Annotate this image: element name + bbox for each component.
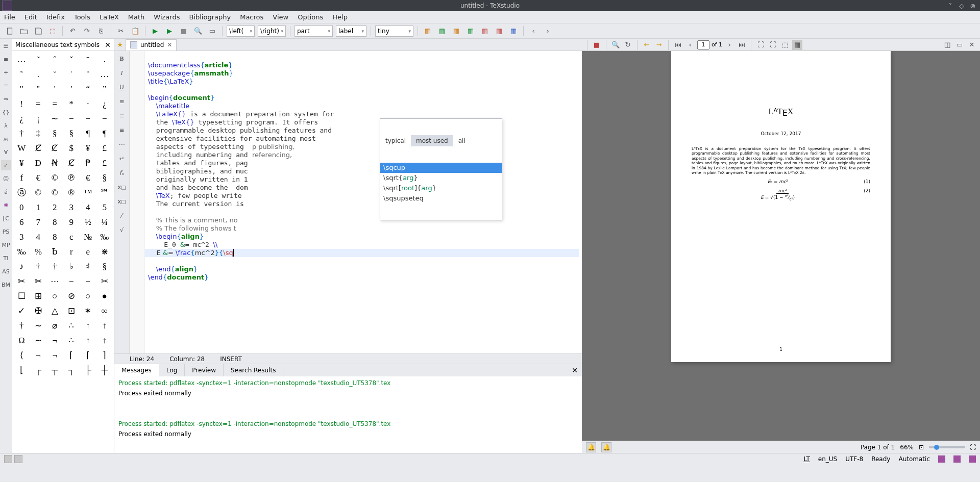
symbol-cell[interactable]: ' [63,82,80,96]
symbol-cell[interactable]: " [13,82,30,96]
symbol-cell[interactable]: ↑ [96,333,113,348]
symbol-cell[interactable]: ┬ [46,363,63,377]
pv-fitw-icon[interactable]: ⛶ [755,40,766,50]
side-align-r-icon[interactable]: ≡ [116,124,128,136]
menu-idefix[interactable]: Idefix [46,13,65,21]
redo-icon[interactable]: ↷ [81,26,92,37]
symbol-cell[interactable]: § [46,126,63,141]
symbol-cell[interactable]: … [96,67,113,82]
symbol-cell[interactable]: ™ [80,185,96,200]
pdf-page[interactable]: LATEX October 12, 2017 LᴬTᴇX is a docume… [671,51,891,362]
symbol-cell[interactable]: ✶ [80,303,96,318]
ac-tab-typical[interactable]: typical [380,135,411,146]
symbol-cell[interactable]: £ [96,141,113,156]
symbol-cell[interactable]: † [13,126,30,141]
sb-enc[interactable]: UTF-8 [845,455,863,463]
pv-bell2-icon[interactable]: 🔔 [601,442,611,452]
symbol-cell[interactable]: ↑ [80,333,96,348]
table-icon-1[interactable]: ▦ [422,26,433,37]
symbol-cell[interactable]: € [80,170,96,185]
symbol-cell[interactable]: 7 [30,215,47,230]
symbol-cell[interactable]: = [30,96,47,111]
dock-zh-icon[interactable]: ж [1,134,11,144]
symbol-cell[interactable]: ¡ [30,111,47,126]
symbol-cell[interactable]: ⋯ [46,274,63,289]
sb-ic3-icon[interactable] [969,455,976,463]
symbol-cell[interactable]: = [46,96,63,111]
pv-grid-icon[interactable]: ▦ [792,40,802,50]
ref-combo[interactable]: label▾ [336,26,366,37]
symbol-cell[interactable]: 5 [96,200,113,215]
pv-bell1-icon[interactable]: 🔔 [586,442,596,452]
save-icon[interactable] [33,26,44,37]
dock-ps-icon[interactable]: PS [1,226,11,237]
symbol-cell[interactable]: ‰ [96,230,113,244]
symbol-cell[interactable]: Đ [30,156,47,170]
tab-close-icon[interactable]: ✕ [167,41,172,48]
symbol-cell[interactable]: − [80,111,96,126]
symbol-cell[interactable]: 3 [13,230,30,244]
symbol-cell[interactable]: ∼ [30,318,47,333]
dock-div-icon[interactable]: ÷ [1,67,11,78]
symbol-cell[interactable]: § [96,259,113,274]
dock-acc-icon[interactable]: á [1,187,11,197]
side-sup-icon[interactable]: x□ [116,196,128,207]
side-fx-icon[interactable]: fₓ [116,167,128,179]
symbol-cell[interactable]: * [63,96,80,111]
pv-zoomin-icon[interactable]: ⛶ [970,444,976,451]
menu-options[interactable]: Options [298,13,323,21]
symbol-cell[interactable]: ˉ [80,52,96,67]
symbol-cell[interactable]: · [80,96,96,111]
symbol-cell[interactable]: 4 [80,200,96,215]
pv-red-icon[interactable]: ■ [592,40,602,50]
symbol-cell[interactable]: ⌊ [13,363,30,377]
table-icon-7[interactable]: ▦ [508,26,519,37]
pv-fitp-icon[interactable]: ⛶ [768,40,778,50]
symbol-cell[interactable]: € [30,170,47,185]
symbol-cell[interactable]: − [63,274,80,289]
symbol-cell[interactable]: ∼ [30,333,47,348]
log-icon[interactable]: ▭ [207,26,218,37]
symbol-cell[interactable]: ∴ [63,333,80,348]
dock-c-icon[interactable]: ⟦C [1,213,11,223]
side-align-c-icon[interactable]: ≡ [116,110,128,121]
symbol-cell[interactable]: ¬ [30,348,47,363]
pv-page-input[interactable] [697,40,709,49]
symbol-cell[interactable]: † [46,259,63,274]
paste-icon[interactable]: 📋 [130,26,141,37]
menu-file[interactable]: File [4,13,15,21]
pv-back-icon[interactable]: ← [642,40,652,50]
symbol-cell[interactable]: ∼ [46,111,63,126]
left-delim-combo[interactable]: \left(▾ [227,26,255,37]
nav-next-icon[interactable]: › [542,26,553,37]
symbol-cell[interactable]: ♭ [63,259,80,274]
side-newline-icon[interactable]: ↵ [116,153,128,164]
symbol-cell[interactable]: ˙ [63,67,80,82]
menu-help[interactable]: Help [332,13,348,21]
bp-tab-messages[interactable]: Messages [114,364,159,376]
pv-zoom-icon[interactable]: ⬚ [780,40,790,50]
symbol-cell[interactable]: ƀ [46,244,63,259]
symbol-cell[interactable]: % [30,244,47,259]
autocomplete-item[interactable]: \sqcup [380,163,502,173]
stop-icon[interactable]: ■ [178,26,189,37]
symbol-cell[interactable]: W [13,141,30,156]
symbol-cell[interactable]: f [13,170,30,185]
pv-last-icon[interactable]: ⏭ [737,40,747,50]
code-editor[interactable]: \documentclass{article} \usepackage{amsm… [145,51,582,353]
dock-check-icon[interactable]: ✓ [1,160,11,170]
symbol-cell[interactable]: ⌈ [63,348,80,363]
symbol-cell[interactable]: ⊡ [63,303,80,318]
symbol-cell[interactable]: ⌈ [80,348,96,363]
symbol-cell[interactable]: ✂ [96,274,113,289]
menu-latex[interactable]: LaTeX [100,13,119,21]
symbol-cell[interactable]: ├ [80,363,96,377]
symbol-cell[interactable]: Ω [13,333,30,348]
symbol-cell[interactable]: 3 [63,200,80,215]
dock-star-icon[interactable]: ✱ [1,200,11,210]
symbol-cell[interactable]: ˜ [13,67,30,82]
sb-auto[interactable]: Automatic [898,455,930,463]
pv-zoom-slider[interactable] [929,446,965,448]
dock-smile-icon[interactable]: ☺ [1,173,11,184]
symbol-cell[interactable]: ¥ [80,141,96,156]
